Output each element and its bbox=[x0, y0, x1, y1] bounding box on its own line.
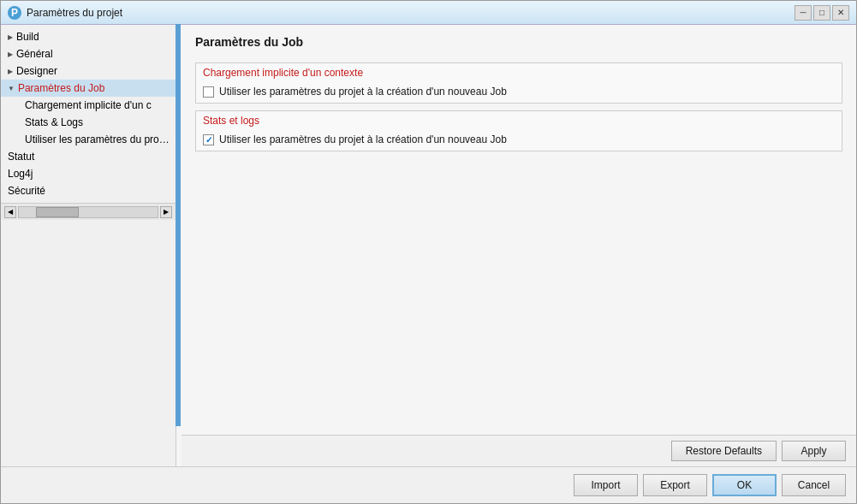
scroll-track bbox=[18, 206, 158, 218]
sidebar-item-label: Sécurité bbox=[8, 185, 45, 197]
export-button[interactable]: Export bbox=[643, 474, 707, 496]
scroll-right-button[interactable]: ▶ bbox=[160, 206, 172, 218]
sidebar-item-label: Statut bbox=[8, 151, 34, 163]
import-button[interactable]: Import bbox=[574, 474, 638, 496]
sidebar-item-implicit-load[interactable]: Chargement implicite d'un c bbox=[1, 97, 176, 114]
section-row-2: Utiliser les paramètres du projet à la c… bbox=[196, 130, 842, 151]
checkbox-label-1: Utiliser les paramètres du projet à la c… bbox=[219, 86, 507, 98]
minimize-button[interactable]: ─ bbox=[795, 5, 812, 21]
sidebar-item-label: Stats & Logs bbox=[25, 116, 83, 128]
section-row-1: Utiliser les paramètres du projet à la c… bbox=[196, 82, 842, 103]
bottom-bar: Import Export OK Cancel bbox=[1, 466, 856, 503]
sidebar: ▶ Build ▶ Général ▶ Designer ▼ Paramètre… bbox=[1, 25, 176, 203]
section-implicit-context: Chargement implicite d'un contexte Utili… bbox=[195, 62, 842, 104]
window-icon: P bbox=[8, 6, 21, 20]
restore-defaults-button[interactable]: Restore Defaults bbox=[671, 441, 777, 461]
arrow-icon: ▶ bbox=[8, 50, 13, 58]
sidebar-item-label: Designer bbox=[16, 65, 57, 77]
sidebar-item-use-params[interactable]: Utiliser les paramètres du pro… bbox=[1, 131, 176, 148]
section-header-implicit: Chargement implicite d'un contexte bbox=[196, 63, 842, 82]
sidebar-item-log4j[interactable]: Log4j bbox=[1, 165, 176, 182]
scroll-left-button[interactable]: ◀ bbox=[4, 206, 16, 218]
sidebar-item-securite[interactable]: Sécurité bbox=[1, 182, 176, 199]
sidebar-container: ▶ Build ▶ Général ▶ Designer ▼ Paramètre… bbox=[1, 25, 176, 466]
sidebar-item-label: Log4j bbox=[8, 168, 33, 180]
maximize-button[interactable]: □ bbox=[813, 5, 830, 21]
main-content: Chargement implicite d'un contexte Utili… bbox=[182, 56, 856, 435]
left-edge-indicator bbox=[176, 25, 181, 426]
close-button[interactable]: ✕ bbox=[832, 5, 849, 21]
arrow-icon: ▶ bbox=[8, 68, 13, 75]
sidebar-item-label: Chargement implicite d'un c bbox=[25, 99, 152, 111]
sidebar-item-build[interactable]: ▶ Build bbox=[1, 28, 176, 45]
main-panel: Paramètres du Job Chargement implicite d… bbox=[176, 25, 856, 466]
window-title: Paramètres du projet bbox=[27, 7, 795, 19]
arrow-icon: ▼ bbox=[8, 85, 15, 92]
apply-button[interactable]: Apply bbox=[782, 441, 846, 461]
title-bar: P Paramètres du projet ─ □ ✕ bbox=[1, 1, 856, 25]
restore-apply-bar: Restore Defaults Apply bbox=[182, 435, 856, 466]
content-area: ▶ Build ▶ Général ▶ Designer ▼ Paramètre… bbox=[1, 25, 856, 466]
sidebar-item-designer[interactable]: ▶ Designer bbox=[1, 62, 176, 80]
sidebar-scrollbar: ◀ ▶ bbox=[1, 203, 176, 220]
ok-button[interactable]: OK bbox=[712, 474, 777, 496]
checkbox-use-params-1[interactable] bbox=[203, 86, 214, 98]
checkbox-use-params-2[interactable] bbox=[203, 134, 214, 145]
section-stats-logs: Stats et logs Utiliser les paramètres du… bbox=[195, 110, 842, 151]
sidebar-item-label: Build bbox=[16, 31, 39, 43]
main-panel-title: Paramètres du Job bbox=[182, 25, 856, 56]
sidebar-item-statut[interactable]: Statut bbox=[1, 148, 176, 165]
sidebar-item-label: Utiliser les paramètres du pro… bbox=[25, 133, 170, 145]
main-window: P Paramètres du projet ─ □ ✕ ▶ Build ▶ G… bbox=[0, 0, 857, 504]
scroll-thumb[interactable] bbox=[36, 207, 79, 217]
arrow-icon: ▶ bbox=[8, 33, 13, 41]
cancel-button[interactable]: Cancel bbox=[782, 474, 846, 496]
sidebar-item-label: Paramètres du Job bbox=[18, 82, 104, 94]
sidebar-item-job-params[interactable]: ▼ Paramètres du Job bbox=[1, 80, 176, 97]
sidebar-item-stats-logs[interactable]: Stats & Logs bbox=[1, 114, 176, 131]
section-header-stats: Stats et logs bbox=[196, 111, 842, 130]
window-controls: ─ □ ✕ bbox=[795, 5, 849, 21]
checkbox-label-2: Utiliser les paramètres du projet à la c… bbox=[219, 133, 507, 145]
sidebar-item-label: Général bbox=[16, 48, 53, 60]
sidebar-item-general[interactable]: ▶ Général bbox=[1, 45, 176, 62]
